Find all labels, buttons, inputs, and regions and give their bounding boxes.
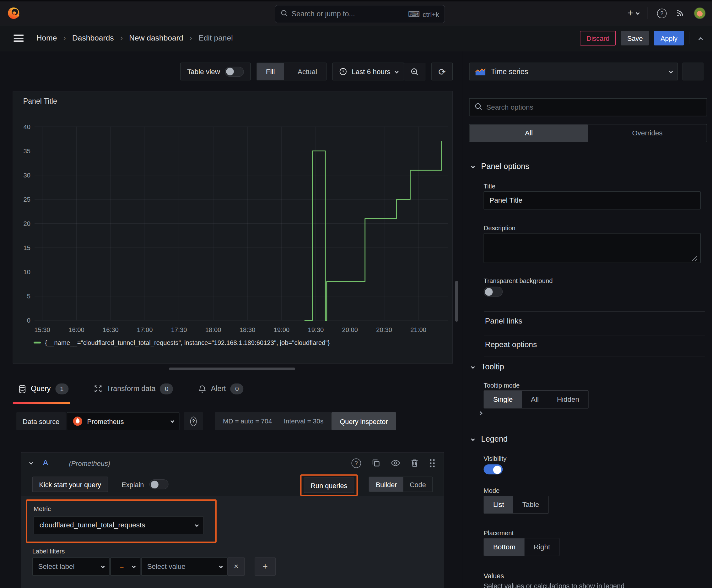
chart-legend: {__name__="cloudflared_tunnel_total_requ… xyxy=(34,339,330,346)
tab-query-count: 1 xyxy=(55,383,68,395)
legend-visibility-toggle[interactable] xyxy=(484,464,503,474)
chevron-down-icon xyxy=(219,564,222,568)
panel-preview: Panel Title 051015202530354015:3016:0016… xyxy=(13,91,453,364)
panel-options-section-header[interactable]: Panel options xyxy=(471,162,529,171)
visualization-label: Time series xyxy=(491,67,664,76)
select-label-placeholder: Select label xyxy=(38,563,97,571)
zoom-out-icon xyxy=(411,67,419,76)
save-button[interactable]: Save xyxy=(621,31,649,45)
help-button[interactable]: ? xyxy=(657,8,667,18)
svg-text:17:00: 17:00 xyxy=(137,327,153,333)
duplicate-icon[interactable] xyxy=(372,459,380,467)
drag-handle-icon[interactable] xyxy=(429,459,435,468)
description-textarea[interactable] xyxy=(484,233,701,263)
placement-right-option[interactable]: Right xyxy=(524,538,559,555)
panel-title-input[interactable] xyxy=(484,191,701,210)
select-value-dropdown[interactable]: Select value xyxy=(141,558,228,576)
explain-control: Explain xyxy=(122,479,168,489)
table-view-control: Table view xyxy=(180,63,250,80)
explain-toggle[interactable] xyxy=(149,479,169,489)
hide-response-eye-icon[interactable] xyxy=(391,459,400,466)
options-search-box[interactable] xyxy=(469,98,707,116)
table-view-toggle[interactable] xyxy=(224,67,244,77)
timeseries-chart[interactable]: 051015202530354015:3016:0016:3017:0017:3… xyxy=(17,119,448,341)
svg-text:18:00: 18:00 xyxy=(205,327,221,333)
collapse-header-button[interactable] xyxy=(698,33,705,44)
tab-transform-data[interactable]: Transform data 0 xyxy=(94,379,173,401)
breadcrumb-separator: › xyxy=(190,34,192,43)
panel-links-section[interactable]: Panel links xyxy=(485,317,522,326)
scrollbar[interactable] xyxy=(455,281,458,322)
series-label[interactable]: {__name__="cloudflared_tunnel_total_requ… xyxy=(45,339,330,346)
datasource-picker[interactable]: Prometheus xyxy=(67,412,179,430)
textarea-resize-icon[interactable] xyxy=(692,256,697,261)
top-search-box[interactable]: ⌨ ctrl+k xyxy=(275,5,445,23)
legend-list-option[interactable]: List xyxy=(484,496,513,513)
placement-bottom-option[interactable]: Bottom xyxy=(484,538,524,555)
discard-button[interactable]: Discard xyxy=(580,31,616,45)
tab-overrides[interactable]: Overrides xyxy=(588,124,707,142)
legend-section-header[interactable]: Legend xyxy=(471,435,508,444)
transparent-background-toggle[interactable] xyxy=(484,287,503,297)
kick-start-query-button[interactable]: Kick start your query xyxy=(33,477,108,492)
svg-text:30: 30 xyxy=(23,172,30,179)
builder-option[interactable]: Builder xyxy=(369,477,404,491)
query-ref-id[interactable]: A xyxy=(43,459,48,468)
code-option[interactable]: Code xyxy=(404,477,432,491)
zoom-out-button[interactable] xyxy=(404,63,426,80)
search-input[interactable] xyxy=(292,10,405,18)
user-avatar[interactable] xyxy=(694,7,706,19)
tab-query[interactable]: Query 1 xyxy=(18,379,68,401)
datasource-help-button[interactable]: ? xyxy=(184,412,203,430)
apply-button[interactable]: Apply xyxy=(654,31,684,45)
time-range-picker[interactable]: Last 6 hours xyxy=(332,63,404,80)
trash-icon[interactable] xyxy=(411,459,418,467)
refresh-button[interactable]: ⟳ xyxy=(432,63,453,80)
breadcrumb-separator: › xyxy=(63,34,66,43)
breadcrumb-home[interactable]: Home xyxy=(37,34,57,43)
grafana-logo-icon[interactable] xyxy=(6,5,21,21)
actual-option[interactable]: Actual xyxy=(288,63,326,80)
select-label-dropdown[interactable]: Select label xyxy=(33,558,110,576)
operator-dropdown[interactable]: = xyxy=(110,558,140,576)
toggle-viz-picker-button[interactable] xyxy=(683,63,704,80)
options-search-input[interactable] xyxy=(486,103,702,111)
add-filter-button[interactable]: + xyxy=(255,558,276,576)
select-value-placeholder: Select value xyxy=(147,563,215,571)
tooltip-single-option[interactable]: Single xyxy=(484,391,522,408)
svg-text:35: 35 xyxy=(23,148,30,154)
hamburger-menu-icon[interactable] xyxy=(14,35,24,42)
fill-option[interactable]: Fill xyxy=(257,63,284,80)
tab-alert-count: 0 xyxy=(231,383,244,395)
tooltip-section-header[interactable]: Tooltip xyxy=(471,362,504,372)
legend-table-option[interactable]: Table xyxy=(513,496,548,513)
time-range-label: Last 6 hours xyxy=(352,67,390,76)
remove-filter-button[interactable]: × xyxy=(228,558,245,576)
breadcrumb-dashboards[interactable]: Dashboards xyxy=(72,34,114,43)
divider xyxy=(648,7,648,19)
panel-resize-handle[interactable] xyxy=(169,368,295,370)
query-inspector-button[interactable]: Query inspector xyxy=(331,412,396,430)
visualization-picker[interactable]: Time series xyxy=(469,63,678,80)
tooltip-all-option[interactable]: All xyxy=(522,391,548,408)
panel-title[interactable]: Panel Title xyxy=(23,97,57,106)
svg-text:10: 10 xyxy=(23,269,30,275)
query-help-icon[interactable]: ? xyxy=(352,458,361,468)
repeat-options-section[interactable]: Repeat options xyxy=(485,340,537,349)
legend-title: Legend xyxy=(481,435,508,444)
news-button[interactable] xyxy=(675,8,685,18)
run-queries-button[interactable]: Run queries xyxy=(304,478,354,493)
metric-highlight: Metric cloudflared_tunnel_total_requests xyxy=(26,499,217,543)
tab-transform-count: 0 xyxy=(160,383,173,395)
datasource-label: Data source xyxy=(16,412,66,430)
editor-tabs: Query 1 Transform data 0 xyxy=(18,379,244,401)
refresh-icon: ⟳ xyxy=(438,66,446,77)
new-menu-button[interactable]: + xyxy=(628,8,639,18)
breadcrumb-new-dashboard[interactable]: New dashboard xyxy=(129,34,183,43)
chevron-down-icon xyxy=(471,164,475,168)
tab-all[interactable]: All xyxy=(470,124,588,142)
collapse-query-icon[interactable] xyxy=(29,461,33,464)
tooltip-hidden-option[interactable]: Hidden xyxy=(548,391,588,408)
metric-select[interactable]: cloudflared_tunnel_total_requests xyxy=(34,516,203,534)
tab-alert[interactable]: Alert 0 xyxy=(199,379,244,401)
